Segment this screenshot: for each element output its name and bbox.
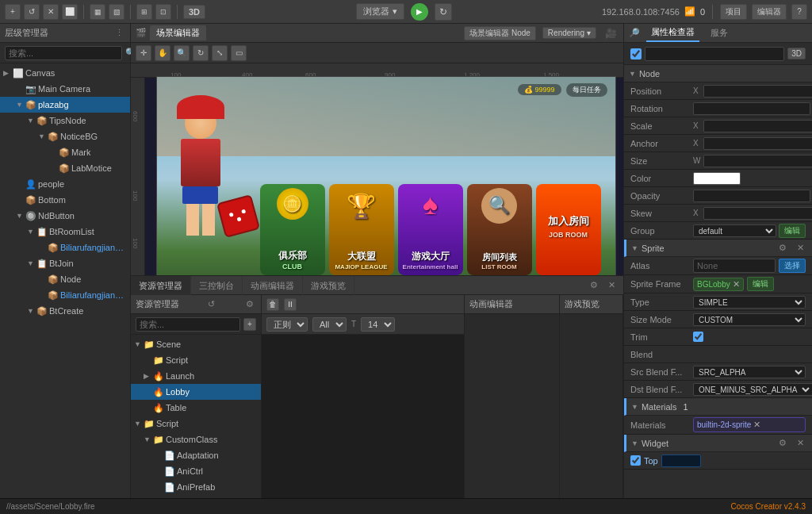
hall-card[interactable]: ♠ 游戏大厅 Entertainment hall [398,184,463,275]
rendering-button[interactable]: 场景编辑器 Node [464,26,536,40]
color-swatch[interactable] [693,172,741,185]
sprite-frame-edit-btn[interactable]: 编辑 [747,277,774,291]
assets-scene-folder[interactable]: ▼ 📁 Scene [131,336,261,352]
toolbar-refresh-btn[interactable]: ↺ [24,4,40,20]
rendering-mode-btn[interactable]: Rendering ▾ [542,27,596,39]
toolbar-icon1[interactable]: ▦ [90,4,105,20]
sprite-frame-close-btn[interactable]: ✕ [733,279,740,290]
tab-assets[interactable]: 资源管理器 [131,276,191,295]
widget-settings-btn[interactable]: ⚙ [776,436,790,451]
node-active-checkbox[interactable] [630,48,642,59]
room-card[interactable]: 🔍 房间列表 LIST ROOM [467,184,532,275]
console-pause-btn[interactable]: ⏸ [284,298,297,311]
scene-editor-tab[interactable]: 场景编辑器 [150,25,206,40]
club-card[interactable]: 🪙 俱乐部 CLUB [260,184,325,275]
join-card[interactable]: 加入房间 JOB ROOM [536,184,601,275]
position-x-input[interactable]: 0 [703,85,812,98]
dst-blend-select[interactable]: ONE_MINUS_SRC_ALPHA [693,383,812,396]
size-w-input[interactable]: 1664 [703,155,812,167]
rotation-input[interactable]: 0 [693,102,810,115]
toolbar-add-btn[interactable]: + [5,4,21,20]
browser-button[interactable]: 浏览器 ▾ [356,3,404,20]
camera-mode-btn[interactable]: 🎥 [603,25,619,41]
materials-close-btn[interactable]: ✕ [753,420,760,430]
src-blend-select[interactable]: SRC_ALPHA [693,366,806,378]
help-btn[interactable]: ? [791,4,807,20]
tree-node[interactable]: 📦 Node [0,271,130,287]
console-clear-btn[interactable]: 🗑 [266,298,279,311]
anchor-x-input[interactable]: 0.5 [703,137,812,150]
sprite-section-header[interactable]: ▼ Sprite ⚙ ✕ [624,240,812,257]
tree-tipsnode[interactable]: ▼ 📦 TipsNode [0,113,130,128]
tree-biliarufangjian2[interactable]: 📦 Biliarufangjian_cac [0,287,130,303]
editor-btn[interactable]: 编辑器 [752,4,787,20]
sprite-settings-btn[interactable]: ⚙ [776,241,790,255]
tree-btcreate[interactable]: ▼ 📦 BtCreate [0,303,130,319]
assets-search-input[interactable] [136,317,240,332]
tree-biliarufangjian1[interactable]: 📦 Biliarufangjian_cac [0,240,130,255]
sprite-close-btn[interactable]: ✕ [793,241,807,255]
group-select[interactable]: default [693,224,776,237]
tab-service[interactable]: 服务 [706,25,733,42]
type-select[interactable]: SIMPLE [693,296,806,309]
league-card[interactable]: 🏆 大联盟 MAJIOP LEAGUE [329,184,394,275]
console-filter-select[interactable]: 正则 [266,317,308,332]
bottom-settings-btn[interactable]: ⚙ [587,278,601,293]
project-btn[interactable]: 项目 [720,4,747,20]
assets-annictrl[interactable]: 📄 AniCtrl [131,463,261,479]
tab-inspector[interactable]: 属性检查器 [646,25,699,42]
widget-close-btn[interactable]: ✕ [793,436,807,451]
trim-checkbox[interactable] [693,332,703,342]
group-edit-btn[interactable]: 编辑 [779,224,806,238]
assets-adaptation[interactable]: 📄 Adaptation [131,447,261,463]
assets-table-folder[interactable]: 🔥 Table [131,400,261,416]
tree-btroomlist[interactable]: ▼ 📋 BtRoomList [0,224,130,240]
widget-section-header[interactable]: ▼ Widget ⚙ ✕ [624,435,812,452]
assets-launch-folder[interactable]: ▶ 🔥 Launch [131,368,261,384]
toolbar-square-btn[interactable]: ⬜ [62,4,78,20]
assets-script-folder2[interactable]: ▼ 📁 Script [131,416,261,432]
console-font-select[interactable]: 14 [361,317,395,332]
opacity-input[interactable]: 255 [693,190,810,202]
skew-x-input[interactable]: 0 [703,207,812,220]
widget-top-input[interactable]: 0.00px [661,455,701,467]
assets-lobby-folder[interactable]: 🔥 Lobby [131,384,261,400]
zoom-tool-btn[interactable]: 🔍 [174,45,190,61]
assets-customclass-folder[interactable]: ▼ 📁 CustomClass [131,432,261,447]
toolbar-3d-btn[interactable]: 3D [183,5,205,19]
tree-noticebg[interactable]: ▼ 📦 NoticeBG [0,128,130,144]
toolbar-close-btn[interactable]: ✕ [43,4,59,20]
tree-people[interactable]: 👤 people [0,176,130,192]
node-name-input[interactable]: plazabg [645,47,784,61]
tab-console[interactable]: 三控制台 [191,276,243,295]
tree-main-camera[interactable]: 📷 Main Camera [0,81,130,97]
size-mode-select[interactable]: CUSTOM [693,313,806,326]
tab-animation[interactable]: 动画编辑器 [243,276,303,295]
assets-aniprefab[interactable]: 📄 AniPrefab [131,479,261,495]
tree-canvas[interactable]: ▶ ⬜ Canvas [0,65,130,81]
tree-bottom[interactable]: 📦 Bottom [0,192,130,208]
tree-ndbutton[interactable]: ▼ 🔘 NdButton [0,208,130,224]
tree-mark[interactable]: 📦 Mark [0,144,130,160]
atlas-select-btn[interactable]: 选择 [779,259,806,273]
scale-x-input[interactable]: 1 [703,120,812,132]
toolbar-icon4[interactable]: ⊡ [155,4,171,20]
assets-new-btn[interactable]: + [243,318,256,331]
node-3d-btn[interactable]: 3D [787,48,806,59]
play-button[interactable]: ▶ [411,3,428,21]
move-tool-btn[interactable]: ✛ [136,45,151,61]
bottom-close-btn[interactable]: ✕ [604,278,619,293]
assets-settings-btn[interactable]: ⚙ [243,298,256,311]
scene-manager-menu-btn[interactable]: ⋮ [113,27,125,40]
tree-plazabg[interactable]: ▼ 📦 plazabg [0,97,130,113]
stop-button[interactable]: ↻ [435,3,452,21]
scale-tool-btn[interactable]: ⤡ [212,45,228,61]
materials-section-header[interactable]: ▼ Materials 1 [624,398,812,416]
toolbar-icon2[interactable]: ▧ [109,4,124,20]
tree-labmotice[interactable]: 📦 LabMotice [0,160,130,176]
toolbar-icon3[interactable]: ⊞ [136,4,152,20]
rect-tool-btn[interactable]: ▭ [231,45,247,61]
tab-preview[interactable]: 游戏预览 [303,276,354,295]
assets-script-folder[interactable]: 📁 Script [131,352,261,368]
tree-btjoin[interactable]: ▼ 📋 BtJoin [0,255,130,271]
